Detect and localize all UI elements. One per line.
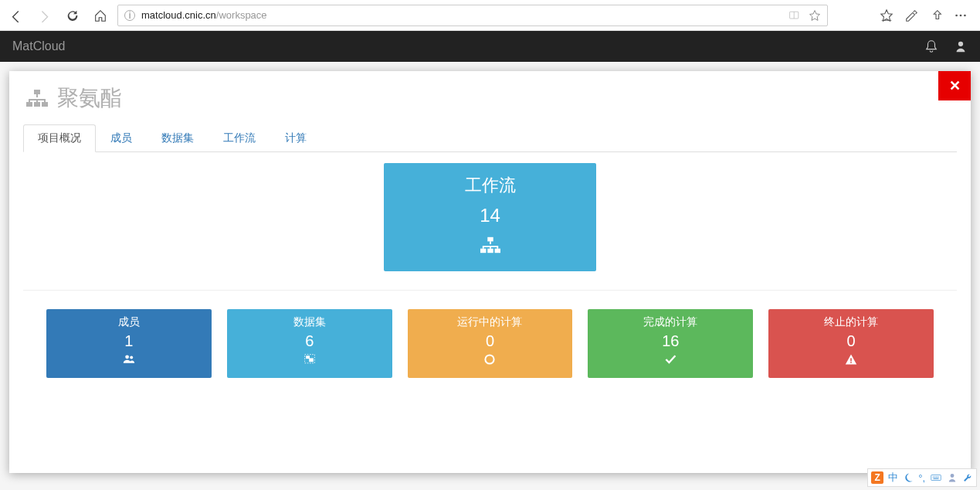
hero-card-workflow[interactable]: 工作流 14 [384, 163, 596, 271]
stat-card-3[interactable]: 完成的计算16 [588, 309, 753, 378]
project-title-text: 聚氨酯 [57, 83, 122, 113]
tab-3[interactable]: 工作流 [209, 124, 270, 152]
hero-value: 14 [384, 200, 596, 231]
keyboard-icon[interactable] [930, 472, 942, 483]
tabs: 项目概况成员数据集工作流计算 [23, 124, 957, 152]
hero-title: 工作流 [384, 171, 596, 200]
tab-0[interactable]: 项目概况 [23, 124, 96, 152]
tab-4[interactable]: 计算 [270, 124, 321, 152]
ime-lang[interactable]: 中 [888, 471, 898, 485]
stat-value: 0 [408, 331, 573, 352]
stat-card-4[interactable]: 终止的计算0 [768, 309, 934, 378]
wrench-icon[interactable] [962, 472, 973, 483]
tab-1[interactable]: 成员 [96, 124, 147, 152]
favorite-star-icon[interactable] [809, 9, 821, 22]
home-button[interactable] [90, 5, 111, 26]
project-title: 聚氨酯 [23, 80, 957, 119]
back-button[interactable] [6, 5, 28, 26]
warning-icon [768, 352, 934, 369]
stats-row: 成员1数据集6运行中的计算0完成的计算16终止的计算0 [23, 291, 957, 378]
notes-icon[interactable] [904, 9, 918, 22]
stat-card-2[interactable]: 运行中的计算0 [408, 309, 573, 378]
bell-icon[interactable] [924, 39, 938, 53]
tray-punct-icon[interactable]: °, [918, 472, 925, 484]
stat-title: 终止的计算 [768, 314, 934, 331]
stat-value: 16 [588, 331, 753, 352]
stat-title: 完成的计算 [588, 314, 753, 331]
spinner-icon [408, 352, 573, 369]
stat-value: 1 [46, 331, 212, 352]
stat-card-1[interactable]: 数据集6 [227, 309, 392, 378]
stat-title: 成员 [46, 314, 212, 331]
close-button[interactable]: ✕ [938, 71, 971, 100]
ime-tray[interactable]: Z 中 °, [867, 468, 977, 487]
check-icon [588, 352, 753, 369]
tab-2[interactable]: 数据集 [147, 124, 209, 152]
share-icon[interactable] [929, 9, 943, 22]
url-text: matcloud.cnic.cn/workspace [141, 9, 267, 21]
site-info-icon[interactable]: i [124, 10, 135, 21]
app-title[interactable]: MatCloud [12, 39, 65, 53]
tray-user-icon[interactable] [947, 472, 958, 483]
users-icon [46, 352, 212, 369]
tray-z-icon[interactable]: Z [871, 471, 883, 484]
more-icon[interactable] [954, 9, 968, 22]
project-panel: ✕ 聚氨酯 项目概况成员数据集工作流计算 工作流 14 成员1数据集6运行中的计… [9, 71, 971, 473]
forward-button[interactable] [34, 5, 56, 26]
refresh-button[interactable] [62, 5, 83, 26]
stat-title: 数据集 [227, 314, 392, 331]
stat-value: 0 [768, 331, 934, 352]
stat-card-0[interactable]: 成员1 [46, 309, 212, 378]
reading-view-icon[interactable] [788, 9, 801, 22]
user-icon[interactable] [954, 39, 968, 53]
favorites-icon[interactable] [880, 9, 894, 22]
objgroup-icon [227, 352, 392, 369]
sitemap-icon [26, 88, 48, 108]
moon-icon[interactable] [903, 472, 914, 483]
stat-title: 运行中的计算 [408, 314, 573, 331]
browser-toolbar: i matcloud.cnic.cn/workspace [0, 0, 980, 31]
stat-value: 6 [227, 331, 392, 352]
sitemap-icon [384, 231, 596, 257]
app-header: MatCloud [0, 31, 980, 62]
address-bar[interactable]: i matcloud.cnic.cn/workspace [117, 5, 828, 26]
